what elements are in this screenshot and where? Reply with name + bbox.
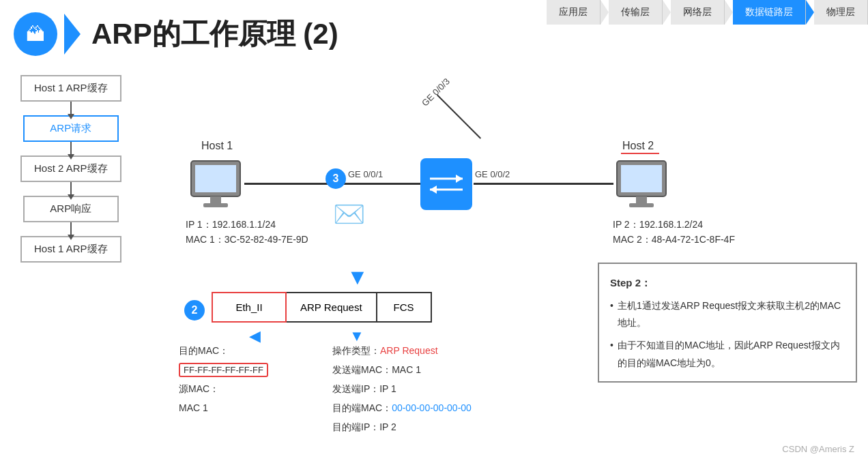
flow-arrow-2 [70,142,72,155]
nav-network-layer[interactable]: 网络层 [671,0,725,25]
frame-diagram: Eth_II ARP Request FCS [212,292,432,323]
svg-marker-9 [456,175,463,183]
mac-details: 目的MAC： FF-FF-FF-FF-FF-FF 源MAC： MAC 1 [179,341,268,417]
flow-arrow-1 [70,102,72,115]
arp-dstmac-title: 目的端MAC： [332,402,392,413]
svg-rect-3 [203,203,228,207]
host2-computer-icon [611,155,671,218]
frame-fcs: FCS [377,292,432,323]
src-mac-title: 源MAC： [179,379,268,398]
logo-icon: 🏔 [26,23,45,46]
arp-srcmac-value: MAC 1 [392,364,421,375]
svg-rect-5 [621,165,662,192]
host1-mac: MAC 1：3C-52-82-49-7E-9D [186,232,308,247]
host2-mac: MAC 2：48-A4-72-1C-8F-4F [613,232,735,247]
nav-arrow-3 [725,0,733,25]
arp-dstmac-value: 00-00-00-00-00-00 [392,402,472,413]
down-arrow-icon: ▼ [347,265,368,290]
flow-arrow-3 [70,182,72,196]
dest-mac-value: FF-FF-FF-FF-FF-FF [179,363,268,377]
svg-marker-11 [430,185,437,194]
flowchart: Host 1 ARP缓存 ARP请求 Host 2 ARP缓存 ARP响应 Ho… [20,75,121,263]
host2-label: Host 2 [622,140,654,152]
host2-info: IP 2：192.168.1.2/24 MAC 2：48-A4-72-1C-8F… [613,217,735,248]
arp-dstip-title: 目的端IP： [332,421,379,432]
svg-rect-2 [210,196,221,203]
frame-arp: ARP Request [287,292,377,323]
step3-circle: 3 [326,168,346,189]
envelope-icon: ✉️ [333,199,365,229]
bullet1: • [610,297,613,314]
frame-eth: Eth_II [212,292,287,323]
nav-datalink-layer[interactable]: 数据链路层 [733,0,806,25]
arp-dstmac-row: 目的端MAC：00-00-00-00-00-00 [332,398,472,417]
host1-ip: IP 1：192.168.1.1/24 [186,217,308,232]
host2-underline [621,153,659,154]
switch-icon [420,158,472,210]
arp-dstip-row: 目的端IP：IP 2 [332,417,472,436]
page-header: 🏔 ARP的工作原理 (2) [0,0,338,68]
nav-physical-layer[interactable]: 物理层 [814,0,868,25]
svg-rect-6 [636,196,647,203]
dest-mac-title: 目的MAC： [179,341,268,360]
host1-computer-icon [186,155,246,218]
arp-srcip-title: 发送端IP： [332,383,379,394]
watermark: CSDN @Ameris Z [782,444,854,454]
arp-op-title: 操作类型： [332,345,380,356]
nav-app-layer[interactable]: 应用层 [547,0,601,25]
arp-op-value: ARP Request [380,345,438,356]
step2-info-box: Step 2： • 主机1通过发送ARP Request报文来获取主机2的MAC… [598,263,857,383]
step2-item2-text: 由于不知道目的MAC地址，因此ARP Request报文内的目的端MAC地址为0… [618,337,845,371]
port-ge002-label: GE 0/0/2 [475,169,510,179]
arp-srcip-row: 发送端IP：IP 1 [332,379,472,398]
flow-box-1: Host 1 ARP缓存 [20,75,121,102]
page-title: ARP的工作原理 (2) [91,15,338,53]
arp-srcmac-title: 发送端MAC： [332,364,392,375]
flow-arrow-4 [70,222,72,236]
host1-label: Host 1 [201,140,233,152]
dest-mac-value-container: FF-FF-FF-FF-FF-FF [179,360,268,379]
src-mac-value: MAC 1 [179,398,268,417]
nav-transport-layer[interactable]: 传输层 [609,0,663,25]
nav-arrow-4 [806,0,814,25]
logo: 🏔 [14,12,57,56]
step2-item1: • 主机1通过发送ARP Request报文来获取主机2的MAC地址。 [610,297,845,331]
arp-srcip-value: IP 1 [379,383,396,394]
svg-rect-1 [195,165,236,192]
arp-srcmac-row: 发送端MAC：MAC 1 [332,360,472,379]
nav-arrow-2 [663,0,671,25]
nav-arrow-1 [601,0,609,25]
step2-circle: 2 [184,300,205,321]
svg-rect-7 [629,203,654,207]
host1-info: IP 1：192.168.1.1/24 MAC 1：3C-52-82-49-7E… [186,217,308,248]
step2-box-title: Step 2： [610,273,845,292]
bullet2: • [610,337,613,354]
conn-line-switch-host2 [474,183,613,185]
step2-item1-text: 主机1通过发送ARP Request报文来获取主机2的MAC地址。 [618,297,845,331]
port-ge001-label: GE 0/0/1 [348,169,383,179]
top-navigation: 应用层 传输层 网络层 数据链路层 物理层 [547,0,868,25]
host2-ip: IP 2：192.168.1.2/24 [613,217,735,232]
arp-dstip-value: IP 2 [379,421,396,432]
ge003-line [437,95,481,139]
step2-item2: • 由于不知道目的MAC地址，因此ARP Request报文内的目的端MAC地址… [610,337,845,371]
arp-op-row: 操作类型：ARP Request [332,341,472,360]
arp-details: 操作类型：ARP Request 发送端MAC：MAC 1 发送端IP：IP 1… [332,341,472,436]
header-chevron-icon [64,14,81,55]
